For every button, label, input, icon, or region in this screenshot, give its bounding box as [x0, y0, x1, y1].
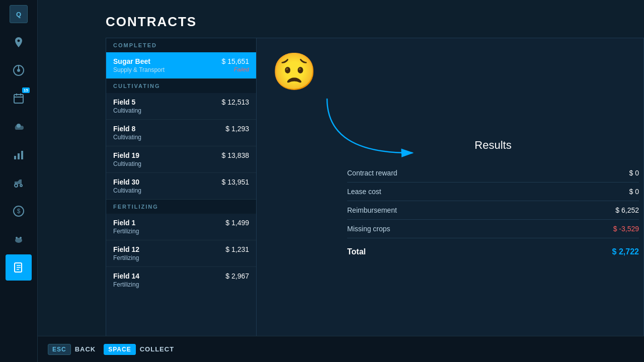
svg-point-11 — [15, 184, 18, 187]
contract-name-field5: Field 5 — [113, 98, 135, 106]
calendar-badge: 15 — [22, 87, 30, 93]
contract-name-field19: Field 19 — [113, 151, 139, 159]
results-label-missing-crops: Missing crops — [347, 225, 390, 233]
contract-amount-field30: $ 13,951 — [222, 178, 250, 186]
contract-item-field30[interactable]: Field 30 $ 13,951 Cultivating — [106, 173, 256, 200]
page-title: CONTRACTS — [38, 0, 644, 38]
contract-amount-field1: $ 1,499 — [225, 219, 249, 227]
svg-text:$: $ — [17, 208, 21, 215]
back-label: BACK — [75, 345, 96, 353]
list-scroll[interactable]: COMPLETED Sugar Beet $ 15,651 Supply & T… — [106, 38, 256, 290]
contract-item-field1[interactable]: Field 1 $ 1,499 Fertilizing — [106, 214, 256, 240]
svg-rect-10 — [21, 151, 23, 159]
contract-amount-field19: $ 13,838 — [222, 151, 250, 159]
results-value-contract-reward: $ 0 — [629, 169, 639, 177]
contract-subtitle-field14: Fertilizing — [113, 281, 249, 288]
contract-status-sugar-beet: Failed — [234, 66, 249, 72]
contract-name-field14: Field 14 — [113, 272, 139, 280]
svg-rect-9 — [18, 153, 20, 159]
results-value-lease-cost: $ 0 — [629, 188, 639, 196]
svg-rect-3 — [14, 95, 23, 103]
contract-subtitle-field30: Cultivating — [113, 187, 249, 194]
contract-amount-sugar-beet: $ 15,651 — [222, 57, 250, 65]
contract-subtitle-field5: Cultivating — [113, 107, 249, 114]
contract-item-field5[interactable]: Field 5 $ 12,513 Cultivating — [106, 93, 256, 120]
results-label-contract-reward: Contract reward — [347, 169, 397, 177]
svg-point-16 — [16, 237, 18, 239]
contract-amount-field8: $ 1,293 — [225, 125, 249, 133]
svg-point-17 — [20, 237, 22, 239]
results-row-lease-cost: Lease cost $ 0 — [347, 183, 639, 201]
results-value-missing-crops: $ -3,529 — [613, 225, 639, 233]
results-row-missing-crops: Missing crops $ -3,529 — [347, 220, 639, 238]
contract-item-field12[interactable]: Field 12 $ 1,231 Fertilizing — [106, 240, 256, 267]
sidebar-item-calendar[interactable]: 15 — [6, 85, 32, 112]
contracts-panel: COMPLETED Sugar Beet $ 15,651 Supply & T… — [106, 38, 257, 362]
contract-amount-field12: $ 1,231 — [225, 245, 249, 253]
contract-item-sugar-beet[interactable]: Sugar Beet $ 15,651 Supply & Transport F… — [106, 52, 256, 79]
collect-label: COLLECT — [140, 345, 174, 353]
contract-item-field19[interactable]: Field 19 $ 13,838 Cultivating — [106, 146, 256, 173]
sidebar: Q 15 — [0, 0, 38, 362]
q-key-button[interactable]: Q — [10, 5, 28, 23]
esc-back-button[interactable]: ESC BACK — [48, 344, 96, 355]
contract-item-field8[interactable]: Field 8 $ 1,293 Cultivating — [106, 120, 256, 146]
contract-subtitle-sugar-beet: Supply & Transport — [113, 66, 165, 73]
svg-point-1 — [17, 69, 20, 72]
sidebar-item-money[interactable]: $ — [6, 198, 32, 224]
results-table: Results Contract reward $ 0 Lease cost $… — [347, 139, 639, 261]
results-panel: 😟 Results Contract reward $ 0 Lea — [257, 38, 644, 362]
contract-subtitle-field8: Cultivating — [113, 134, 249, 141]
q-key-label: Q — [16, 11, 21, 18]
results-row-reimbursement: Reimbursement $ 6,252 — [347, 201, 639, 220]
contract-amount-field14: $ 2,967 — [225, 272, 249, 280]
section-cultivating-header: CULTIVATING — [106, 79, 256, 93]
sidebar-item-map[interactable] — [6, 29, 32, 55]
results-label-lease-cost: Lease cost — [347, 188, 381, 196]
section-fertilizing-header: FERTILIZING — [106, 200, 256, 214]
results-value-total: $ 2,722 — [612, 247, 639, 256]
section-completed-header: COMPLETED — [106, 38, 256, 52]
contract-subtitle-field12: Fertilizing — [113, 254, 249, 261]
sidebar-item-animals[interactable] — [6, 226, 32, 252]
space-key-badge: SPACE — [104, 344, 135, 355]
main-content: CONTRACTS COMPLETED Sugar Beet $ 15,651 … — [38, 0, 644, 362]
sidebar-item-stats[interactable] — [6, 142, 32, 168]
contract-name-field30: Field 30 — [113, 178, 139, 186]
results-title: Results — [347, 139, 639, 152]
results-row-total: Total $ 2,722 — [347, 242, 639, 261]
contract-name-field12: Field 12 — [113, 245, 139, 253]
sidebar-item-tractor[interactable] — [6, 170, 32, 196]
contract-name-field8: Field 8 — [113, 125, 135, 133]
contract-subtitle-field1: Fertilizing — [113, 228, 249, 235]
results-label-total: Total — [347, 247, 366, 256]
contract-name-field1: Field 1 — [113, 219, 135, 227]
contract-subtitle-field19: Cultivating — [113, 160, 249, 167]
results-value-reimbursement: $ 6,252 — [615, 206, 639, 214]
results-label-reimbursement: Reimbursement — [347, 206, 397, 214]
svg-point-12 — [20, 185, 22, 187]
bottom-bar: ESC BACK SPACE COLLECT — [38, 336, 644, 362]
results-row-contract-reward: Contract reward $ 0 — [347, 164, 639, 183]
contract-item-field14[interactable]: Field 14 $ 2,967 Fertilizing — [106, 267, 256, 290]
esc-key-badge: ESC — [48, 344, 71, 355]
contract-name-sugar-beet: Sugar Beet — [113, 57, 150, 65]
space-collect-button[interactable]: SPACE COLLECT — [104, 344, 174, 355]
svg-rect-8 — [14, 156, 16, 159]
sidebar-item-contracts[interactable] — [6, 254, 32, 281]
content-row: COMPLETED Sugar Beet $ 15,651 Supply & T… — [38, 38, 644, 362]
contract-amount-field5: $ 12,513 — [222, 98, 250, 106]
sidebar-item-steering[interactable] — [6, 57, 32, 83]
sidebar-item-weather[interactable] — [6, 114, 32, 140]
